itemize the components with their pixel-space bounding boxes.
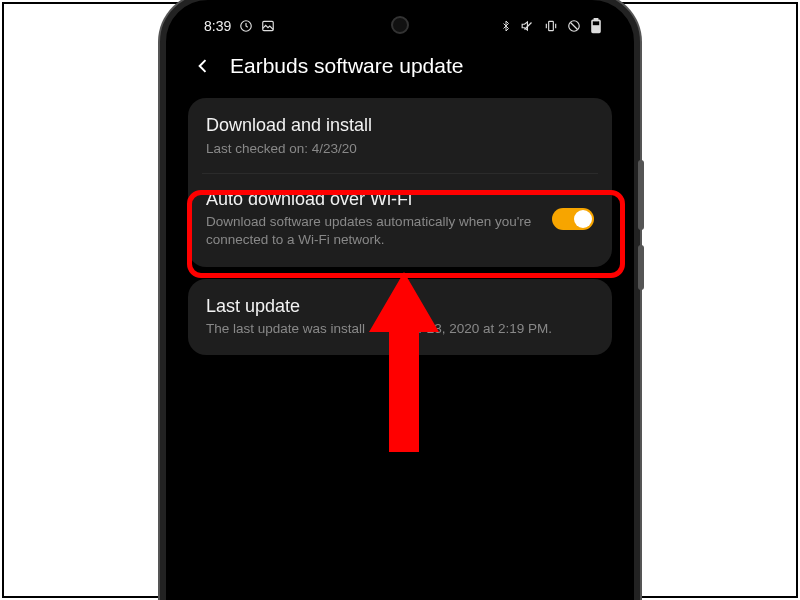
phone-body: 8:39 (160, 0, 640, 600)
download-install-title: Download and install (206, 114, 594, 137)
auto-download-title: Auto download over Wi-Fi (206, 188, 542, 211)
page-title: Earbuds software update (230, 54, 463, 78)
clock-icon (239, 19, 253, 33)
svg-rect-2 (549, 21, 554, 30)
last-update-row[interactable]: Last update The last update was installe… (188, 281, 612, 354)
svg-rect-6 (593, 26, 599, 32)
image-icon (261, 19, 275, 33)
last-update-sub: The last update was installed on Apr 23,… (206, 320, 594, 338)
bluetooth-icon (500, 19, 512, 33)
status-time: 8:39 (204, 18, 231, 34)
image-frame: 8:39 (2, 2, 798, 598)
vibrate-icon (544, 19, 558, 33)
mute-icon (521, 19, 535, 33)
download-install-row[interactable]: Download and install Last checked on: 4/… (188, 100, 612, 173)
volume-button (638, 160, 644, 230)
last-update-card: Last update The last update was installe… (188, 279, 612, 356)
battery-icon (590, 18, 602, 34)
download-install-sub: Last checked on: 4/23/20 (206, 140, 594, 158)
dnd-icon (567, 19, 581, 33)
power-button (638, 245, 644, 290)
back-button[interactable] (192, 55, 214, 77)
auto-download-toggle[interactable] (552, 208, 594, 230)
svg-rect-5 (594, 19, 597, 21)
auto-download-row[interactable]: Auto download over Wi-Fi Download softwa… (188, 174, 612, 265)
page-header: Earbuds software update (176, 36, 624, 98)
camera-notch (391, 16, 409, 34)
last-update-title: Last update (206, 295, 594, 318)
auto-download-sub: Download software updates automatically … (206, 213, 542, 249)
phone-screen: 8:39 (176, 10, 624, 600)
update-options-card: Download and install Last checked on: 4/… (188, 98, 612, 267)
